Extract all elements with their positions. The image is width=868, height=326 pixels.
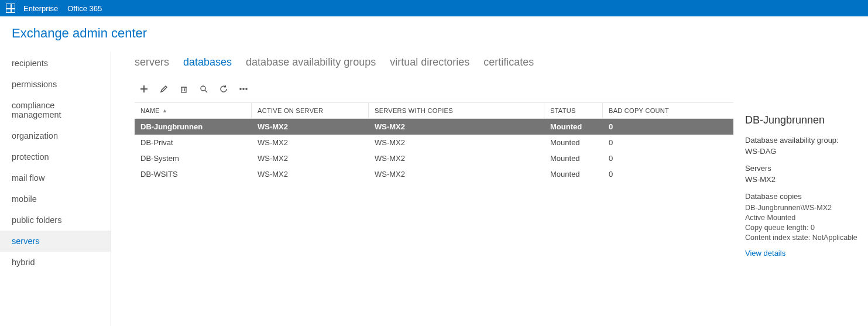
edit-button[interactable] [159, 85, 169, 94]
cell-name: DB-System [135, 152, 252, 164]
cell-active: WS-MX2 [252, 152, 369, 164]
details-title: DB-Jungbrunnen [745, 114, 859, 126]
column-header-badcount[interactable]: BAD COPY COUNT [603, 103, 714, 118]
cell-copies: WS-MX2 [369, 121, 544, 133]
table-row[interactable]: DB-WSITSWS-MX2WS-MX2Mounted0 [135, 166, 733, 182]
cell-bad: 0 [603, 152, 714, 164]
sidebar-item-servers[interactable]: servers [0, 231, 111, 252]
cell-active: WS-MX2 [252, 136, 369, 149]
column-header-status[interactable]: STATUS [544, 103, 603, 118]
tab-database-availability-groups[interactable]: database availability groups [246, 56, 376, 68]
servers-label: Servers [745, 164, 859, 173]
cell-copies: WS-MX2 [369, 168, 544, 180]
cell-bad: 0 [603, 168, 714, 180]
table-row[interactable]: DB-JungbrunnenWS-MX2WS-MX2Mounted0 [135, 119, 733, 135]
refresh-icon [219, 85, 228, 95]
content-area: serversdatabasesdatabase availability gr… [111, 52, 868, 326]
sidebar-item-mail-flow[interactable]: mail flow [0, 167, 111, 188]
copy-line-4: Content index state: NotApplicable [745, 233, 859, 243]
view-details-link[interactable]: View details [745, 249, 785, 258]
sub-tabs: serversdatabasesdatabase availability gr… [135, 52, 868, 80]
grid-body: DB-JungbrunnenWS-MX2WS-MX2Mounted0DB-Pri… [135, 119, 733, 182]
refresh-button[interactable] [219, 85, 228, 94]
svg-point-9 [243, 88, 245, 90]
sidebar-item-public-folders[interactable]: public folders [0, 210, 111, 231]
table-and-details: NAME ▲ ACTIVE ON SERVER SERVERS WITH COP… [135, 102, 868, 326]
tab-certificates[interactable]: certificates [483, 56, 534, 68]
cell-copies: WS-MX2 [369, 136, 544, 149]
servers-value: WS-MX2 [745, 175, 859, 184]
cell-active: WS-MX2 [252, 168, 369, 180]
cell-status: Mounted [544, 168, 603, 180]
grid-header-row: NAME ▲ ACTIVE ON SERVER SERVERS WITH COP… [135, 102, 733, 119]
cell-name: DB-Jungbrunnen [135, 121, 252, 133]
table-row[interactable]: DB-PrivatWS-MX2WS-MX2Mounted0 [135, 135, 733, 150]
dag-label: Database availability group: [745, 136, 859, 145]
copies-label: Database copies [745, 192, 859, 201]
toolbar [135, 80, 868, 102]
copy-line-3: Copy queue length: 0 [745, 223, 859, 233]
tab-virtual-directories[interactable]: virtual directories [390, 56, 469, 68]
cell-status: Mounted [544, 136, 603, 149]
column-header-name-label: NAME [140, 107, 160, 114]
table-row[interactable]: DB-SystemWS-MX2WS-MX2Mounted0 [135, 150, 733, 166]
trash-icon [180, 85, 188, 95]
cell-active: WS-MX2 [252, 121, 369, 133]
sidebar-item-recipients[interactable]: recipients [0, 53, 111, 74]
cell-status: Mounted [544, 152, 603, 164]
left-sidebar: recipientspermissionscompliance manageme… [0, 52, 111, 326]
pencil-icon [160, 85, 168, 95]
main-layout: recipientspermissionscompliance manageme… [0, 52, 868, 326]
tab-databases[interactable]: databases [183, 56, 232, 68]
dag-value: WS-DAG [745, 147, 859, 156]
sidebar-item-organization[interactable]: organization [0, 125, 111, 146]
cell-copies: WS-MX2 [369, 152, 544, 164]
cell-name: DB-WSITS [135, 168, 252, 180]
office-logo-icon [6, 4, 15, 13]
tab-servers[interactable]: servers [135, 56, 169, 68]
search-icon [200, 85, 208, 95]
copy-line-2: Active Mounted [745, 213, 859, 223]
svg-point-6 [201, 86, 205, 91]
column-header-copies[interactable]: SERVERS WITH COPIES [369, 103, 544, 118]
cell-name: DB-Privat [135, 136, 252, 149]
plus-icon [140, 85, 148, 95]
svg-line-7 [205, 90, 207, 92]
sidebar-item-hybrid[interactable]: hybrid [0, 252, 111, 273]
page-title: Exchange admin center [0, 16, 868, 52]
svg-rect-2 [181, 87, 186, 92]
svg-point-10 [246, 88, 248, 90]
svg-point-8 [240, 88, 242, 90]
column-header-active[interactable]: ACTIVE ON SERVER [252, 103, 369, 118]
copy-line-1: DB-Jungbrunnen\WS-MX2 [745, 203, 859, 213]
enterprise-link[interactable]: Enterprise [23, 4, 58, 13]
databases-grid: NAME ▲ ACTIVE ON SERVER SERVERS WITH COP… [135, 102, 733, 326]
sidebar-item-compliance-management[interactable]: compliance management [0, 95, 111, 125]
cell-bad: 0 [603, 136, 714, 149]
sort-asc-icon: ▲ [162, 108, 167, 114]
search-button[interactable] [199, 85, 208, 94]
ellipsis-icon [239, 85, 248, 95]
delete-button[interactable] [179, 85, 188, 94]
cell-status: Mounted [544, 121, 603, 133]
cell-bad: 0 [603, 121, 714, 133]
office365-link[interactable]: Office 365 [67, 4, 102, 13]
add-button[interactable] [139, 85, 149, 94]
more-button[interactable] [239, 85, 248, 94]
sidebar-item-permissions[interactable]: permissions [0, 74, 111, 95]
column-header-name[interactable]: NAME ▲ [135, 103, 252, 118]
top-nav-bar: Enterprise Office 365 [0, 0, 868, 16]
sidebar-item-protection[interactable]: protection [0, 146, 111, 167]
sidebar-item-mobile[interactable]: mobile [0, 188, 111, 210]
copies-value: DB-Jungbrunnen\WS-MX2 Active Mounted Cop… [745, 203, 859, 243]
details-pane: DB-Jungbrunnen Database availability gro… [733, 102, 868, 326]
